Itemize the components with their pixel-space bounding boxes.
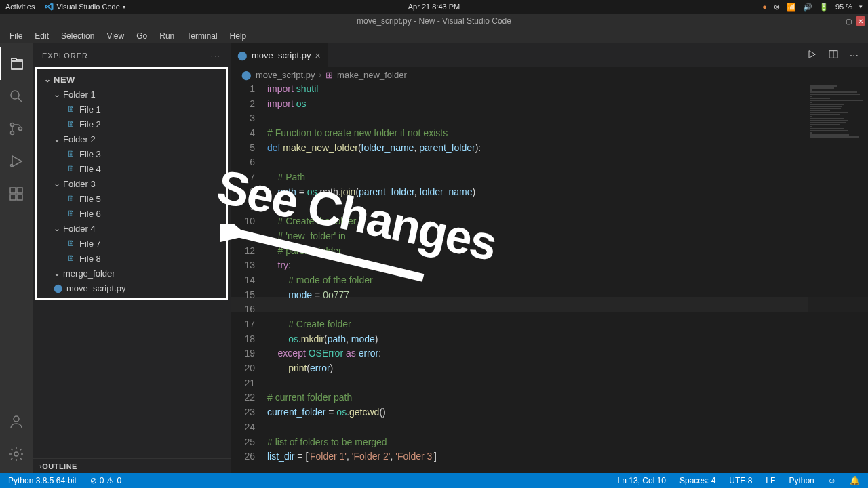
chevron-down-icon: ⌄ (54, 179, 63, 188)
folder-item[interactable]: ⌄Folder 2 (37, 131, 226, 146)
clock[interactable]: Apr 21 8:43 PM (408, 3, 460, 11)
close-icon[interactable]: × (315, 50, 320, 61)
status-bell-icon[interactable]: 🔔 (847, 476, 863, 485)
svg-point-2 (11, 123, 14, 127)
file-item[interactable]: ⬤move_script.py (37, 281, 226, 296)
file-item[interactable]: 🗎File 8 (37, 251, 226, 266)
extensions-icon[interactable] (0, 178, 33, 210)
chevron-down-icon: ▾ (123, 4, 125, 10)
breadcrumb[interactable]: ⬤ move_script.py › ⊞ make_new_folder (231, 67, 868, 82)
battery-percent: 95 % (835, 3, 852, 11)
status-feedback-icon[interactable]: ☺ (825, 476, 839, 485)
chevron-down-icon[interactable]: ▾ (859, 3, 863, 10)
chevron-right-icon: › (319, 70, 321, 79)
svg-point-4 (19, 127, 22, 131)
activities-menu[interactable]: Activities (5, 3, 35, 11)
explorer-icon[interactable] (0, 47, 33, 80)
split-editor-icon[interactable] (828, 49, 839, 62)
svg-point-3 (11, 131, 14, 135)
svg-line-1 (18, 98, 22, 102)
menu-selection[interactable]: Selection (56, 30, 100, 42)
file-item[interactable]: 🗎File 3 (37, 146, 226, 161)
python-file-icon: ⬤ (241, 70, 252, 80)
battery-icon[interactable]: 🔋 (819, 3, 829, 12)
editor-more-icon[interactable]: ··· (850, 49, 859, 62)
app-menu[interactable]: Visual Studio Code ▾ (45, 3, 125, 11)
file-item[interactable]: 🗎File 1 (37, 102, 226, 117)
file-item[interactable]: 🗎File 5 (37, 191, 226, 206)
menu-run[interactable]: Run (154, 30, 180, 42)
code-editor[interactable]: 1234567891011121314151617181920212223242… (231, 82, 868, 473)
chevron-down-icon: ⌄ (44, 75, 54, 84)
run-file-icon[interactable] (806, 49, 817, 62)
tray-icon[interactable]: ● (762, 3, 767, 11)
folder-item[interactable]: ⌄Folder 3 (37, 176, 226, 191)
chevron-down-icon: ⌄ (54, 224, 63, 233)
folder-item[interactable]: ⌄merge_folder (37, 266, 226, 281)
python-file-icon: ⬤ (237, 50, 248, 60)
code-content[interactable]: import shutilimport os# Function to crea… (267, 82, 868, 473)
vscode-icon (45, 3, 54, 11)
chevron-down-icon: ⌄ (54, 89, 63, 99)
status-cursor[interactable]: Ln 13, Col 10 (615, 476, 669, 485)
file-icon: 🗎 (67, 194, 75, 203)
file-item[interactable]: 🗎File 2 (37, 117, 226, 131)
file-item[interactable]: 🗎File 6 (37, 206, 226, 221)
accounts-icon[interactable] (0, 405, 33, 438)
close-button[interactable]: ✕ (856, 16, 865, 26)
svg-point-5 (11, 165, 13, 167)
status-problems[interactable]: ⊘0 ⚠0 (87, 476, 124, 485)
menu-terminal[interactable]: Terminal (181, 30, 222, 42)
minimap[interactable] (808, 82, 868, 473)
function-icon: ⊞ (326, 70, 333, 80)
file-item[interactable]: 🗎File 7 (37, 236, 226, 251)
file-icon: 🗎 (67, 209, 75, 218)
volume-icon[interactable]: 🔊 (803, 3, 812, 12)
editor-area: ⬤ move_script.py × ··· ⬤ move_script.py … (231, 43, 868, 473)
tab-active[interactable]: ⬤ move_script.py × (231, 43, 328, 67)
svg-rect-8 (10, 195, 16, 200)
settings-gear-icon[interactable] (0, 438, 33, 470)
error-icon: ⊘ (90, 476, 97, 485)
tab-label: move_script.py (252, 50, 311, 60)
file-icon: 🗎 (67, 164, 75, 174)
file-icon: 🗎 (67, 253, 75, 263)
outline-section[interactable]: › OUTLINE (33, 458, 231, 473)
status-encoding[interactable]: UTF-8 (726, 476, 755, 485)
file-icon: 🗎 (67, 119, 75, 129)
status-language[interactable]: Python (786, 476, 816, 485)
menu-file[interactable]: File (4, 30, 28, 42)
explorer-tree: ⌄ NEW ⌄Folder 1🗎File 1🗎File 2⌄Folder 2🗎F… (35, 67, 228, 300)
title-bar: move_script.py - New - Visual Studio Cod… (0, 14, 868, 28)
menu-help[interactable]: Help (224, 30, 252, 42)
tab-bar: ⬤ move_script.py × ··· (231, 43, 868, 67)
file-item[interactable]: 🗎File 4 (37, 161, 226, 176)
menu-view[interactable]: View (101, 30, 130, 42)
file-icon: 🗎 (67, 104, 75, 114)
status-python[interactable]: Python 3.8.5 64-bit (5, 476, 79, 485)
svg-point-11 (14, 452, 18, 456)
activity-bar (0, 43, 33, 473)
folder-item[interactable]: ⌄Folder 1 (37, 87, 226, 102)
status-eol[interactable]: LF (763, 476, 778, 485)
status-indent[interactable]: Spaces: 4 (677, 476, 718, 485)
run-debug-icon[interactable] (0, 145, 33, 178)
menu-go[interactable]: Go (131, 30, 153, 42)
source-control-icon[interactable] (0, 113, 33, 145)
sidebar-more-icon[interactable]: ··· (211, 52, 221, 60)
wifi-icon[interactable]: 📶 (787, 3, 796, 12)
minimize-button[interactable]: — (831, 16, 841, 26)
chevron-down-icon: ⌄ (54, 268, 63, 278)
svg-rect-7 (17, 188, 22, 193)
folder-item[interactable]: ⌄Folder 4 (37, 221, 226, 236)
python-file-icon: ⬤ (54, 283, 62, 293)
svg-rect-6 (10, 188, 16, 193)
window-title: move_script.py - New - Visual Studio Cod… (357, 16, 511, 26)
menu-bar: File Edit Selection View Go Run Terminal… (0, 28, 868, 43)
menu-edit[interactable]: Edit (29, 30, 54, 42)
maximize-button[interactable]: ▢ (844, 16, 853, 26)
workspace-root[interactable]: ⌄ NEW (37, 72, 226, 87)
network-icon[interactable]: ⊚ (774, 3, 780, 12)
search-icon[interactable] (0, 80, 33, 113)
svg-point-10 (14, 416, 19, 422)
